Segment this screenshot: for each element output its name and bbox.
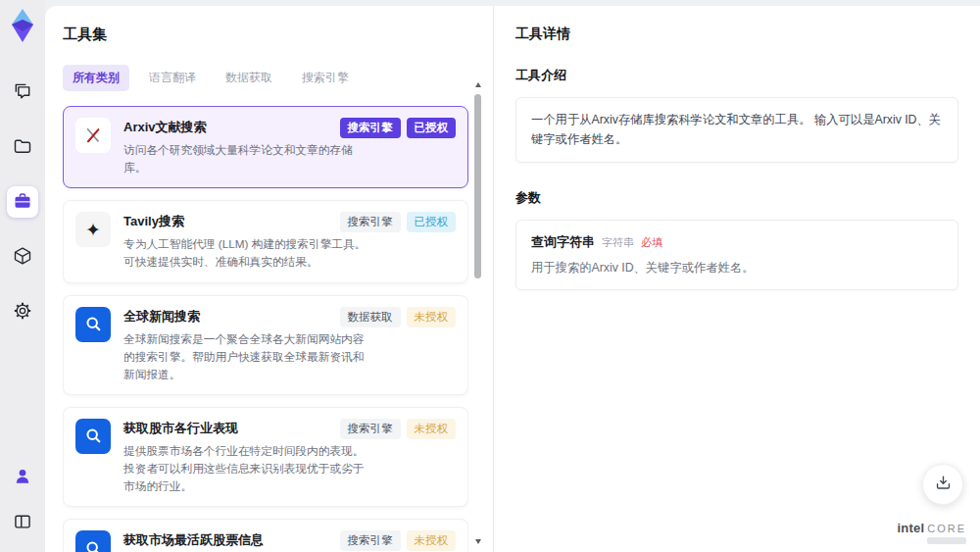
tool-detail-pane: 工具详情 工具介绍 一个用于从Arxiv存储库搜索科学论文和文章的工具。 输入可… [493, 6, 980, 552]
tab-all-categories[interactable]: 所有类别 [63, 65, 129, 91]
core-brand-text: CORE [927, 523, 966, 534]
category-badge: 搜索引擎 [340, 419, 401, 439]
app-logo-icon[interactable] [5, 6, 40, 45]
tool-description: 提供股票市场各个行业在特定时间段内的表现。投资者可以利用这些信息来识别表现优于或… [123, 442, 370, 495]
app-root: 工具集 所有类别 语言翻译 数据获取 搜索引擎 Arxiv文献搜索 访问各个研究… [0, 0, 980, 552]
package-icon [13, 246, 32, 269]
toolbox-icon [13, 191, 32, 214]
parameter-type: 字符串 [602, 235, 634, 250]
tool-title: Tavily搜索 [123, 213, 370, 230]
auth-status-badge: 已授权 [407, 212, 457, 232]
news-search-icon [75, 419, 111, 454]
parameter-required-badge: 必填 [641, 235, 662, 250]
tool-list: Arxiv文献搜索 访问各个研究领域大量科学论文和文章的存储库。 搜索引擎 已授… [63, 106, 468, 552]
arxiv-logo-icon [75, 118, 111, 153]
nav-settings-button[interactable] [7, 296, 38, 327]
user-icon [13, 467, 32, 489]
auth-status-badge: 已授权 [407, 118, 457, 138]
tool-title: 全球新闻搜索 [123, 308, 370, 326]
parameter-header: 查询字符串 字符串 必填 [531, 233, 943, 251]
category-badge: 搜索引擎 [340, 530, 401, 551]
nav-chat-button[interactable] [7, 76, 38, 108]
nav-files-button[interactable] [7, 131, 38, 163]
panel-toggle-button[interactable] [7, 507, 38, 538]
nav-packages-button[interactable] [7, 241, 38, 273]
tab-language-translation[interactable]: 语言翻译 [139, 65, 206, 91]
tool-card[interactable]: ✦ Tavily搜索 专为人工智能代理 (LLM) 构建的搜索引擎工具。可快速提… [63, 200, 468, 282]
tool-card[interactable]: 全球新闻搜索 全球新闻搜索是一个聚合全球各大新闻网站内容的搜索引擎。帮助用户快速… [63, 295, 468, 395]
chat-icon [13, 81, 32, 104]
nav-account-button[interactable] [7, 462, 38, 493]
tool-title: 获取股市各行业表现 [123, 420, 370, 437]
scroll-up-arrow-icon[interactable] [475, 82, 481, 87]
parameter-name: 查询字符串 [531, 233, 595, 251]
category-tabs: 所有类别 语言翻译 数据获取 搜索引擎 [63, 65, 493, 91]
settings-gear-icon [13, 301, 32, 324]
tool-card[interactable]: Arxiv文献搜索 访问各个研究领域大量科学论文和文章的存储库。 搜索引擎 已授… [63, 106, 468, 188]
tool-card[interactable]: 获取市场最活跃股票信息 提供当天交易量最高的股票列表。投资者可以利用这些信息来识… [63, 519, 468, 552]
auth-status-badge: 未授权 [407, 530, 457, 551]
scrollbar[interactable] [473, 80, 483, 546]
tool-card[interactable]: 获取股市各行业表现 提供股票市场各个行业在特定时间段内的表现。投资者可以利用这些… [63, 407, 468, 507]
download-icon [934, 474, 953, 496]
folder-icon [13, 136, 32, 159]
params-heading: 参数 [515, 189, 958, 207]
detail-title: 工具详情 [515, 25, 958, 43]
tool-list-pane: 工具集 所有类别 语言翻译 数据获取 搜索引擎 Arxiv文献搜索 访问各个研究… [45, 6, 493, 552]
scroll-down-arrow-icon[interactable] [475, 539, 481, 544]
intel-brand-text: intel [897, 521, 924, 535]
nav-tools-button[interactable] [7, 186, 38, 218]
parameter-description: 用于搜索的Arxiv ID、关键字或作者姓名。 [531, 260, 943, 276]
intro-text: 一个用于从Arxiv存储库搜索科学论文和文章的工具。 输入可以是Arxiv ID… [515, 97, 958, 163]
auth-status-badge: 未授权 [407, 419, 457, 439]
parameter-card: 查询字符串 字符串 必填 用于搜索的Arxiv ID、关键字或作者姓名。 [515, 220, 958, 290]
scrollbar-thumb[interactable] [474, 94, 481, 278]
intel-sub-badge [927, 537, 966, 544]
category-badge: 数据获取 [340, 307, 401, 327]
tab-search-engine[interactable]: 搜索引擎 [292, 65, 359, 91]
category-badge: 搜索引擎 [340, 212, 401, 232]
tool-description: 全球新闻搜索是一个聚合全球各大新闻网站内容的搜索引擎。帮助用户快速获取全球最新资… [123, 330, 370, 383]
intro-heading: 工具介绍 [515, 67, 958, 84]
tool-title: Arxiv文献搜索 [123, 119, 370, 136]
tab-data-fetch[interactable]: 数据获取 [216, 65, 282, 91]
intel-core-logo: intel CORE [897, 521, 966, 544]
panel-toggle-icon [13, 512, 32, 534]
tool-description: 访问各个研究领域大量科学论文和文章的存储库。 [123, 141, 370, 176]
auth-status-badge: 未授权 [407, 307, 457, 327]
download-button[interactable] [922, 464, 963, 505]
page-title: 工具集 [63, 25, 493, 44]
category-badge: 搜索引擎 [340, 118, 401, 138]
news-search-icon [75, 530, 111, 552]
tool-title: 获取市场最活跃股票信息 [123, 531, 370, 549]
news-search-icon [75, 307, 111, 342]
main-content: 工具集 所有类别 语言翻译 数据获取 搜索引擎 Arxiv文献搜索 访问各个研究… [45, 6, 980, 552]
tavily-spark-icon: ✦ [75, 212, 111, 247]
tool-description: 专为人工智能代理 (LLM) 构建的搜索引擎工具。可快速提供实时、准确和真实的结… [123, 235, 370, 271]
left-rail [0, 0, 45, 552]
